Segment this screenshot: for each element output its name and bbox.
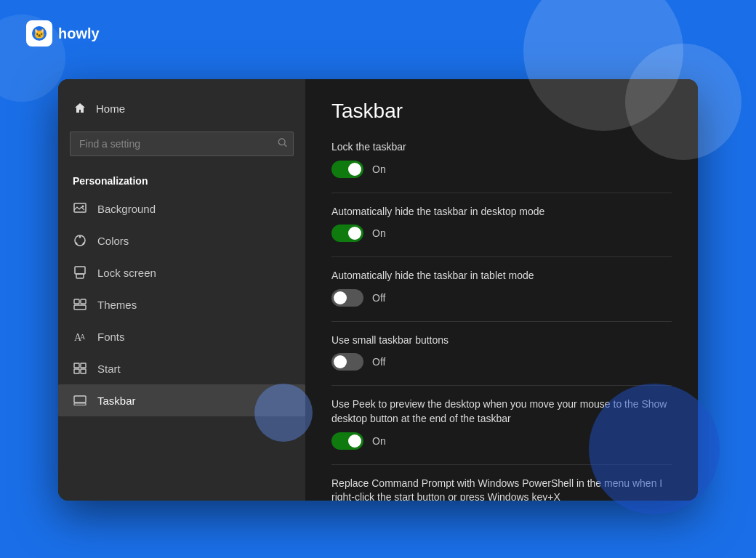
setting-small-buttons: Use small taskbar buttons Off bbox=[331, 333, 672, 371]
sidebar-home[interactable]: Home bbox=[58, 94, 305, 123]
hide-desktop-status: On bbox=[372, 227, 386, 239]
sidebar-item-lock-screen[interactable]: Lock screen bbox=[58, 256, 305, 288]
howly-header: 🐱 howly bbox=[26, 20, 100, 46]
svg-line-3 bbox=[284, 145, 286, 147]
lock-screen-icon bbox=[73, 265, 87, 280]
themes-icon bbox=[73, 297, 87, 312]
small-buttons-toggle[interactable] bbox=[331, 353, 363, 371]
divider-4 bbox=[331, 385, 672, 386]
sidebar-item-themes[interactable]: Themes bbox=[58, 288, 305, 320]
svg-rect-10 bbox=[75, 267, 85, 274]
svg-text:🐱: 🐱 bbox=[33, 28, 46, 40]
svg-text:A: A bbox=[80, 333, 86, 341]
section-label: Personalization bbox=[58, 165, 305, 193]
search-input[interactable] bbox=[70, 132, 294, 156]
svg-rect-13 bbox=[81, 299, 86, 304]
setting-lock-taskbar: Lock the taskbar On bbox=[331, 140, 672, 178]
small-buttons-label: Use small taskbar buttons bbox=[331, 333, 672, 348]
home-icon bbox=[73, 101, 87, 116]
peek-preview-status: On bbox=[372, 435, 386, 447]
lock-taskbar-toggle-row: On bbox=[331, 161, 672, 178]
sidebar-item-colors[interactable]: Colors bbox=[58, 225, 305, 256]
colors-icon bbox=[73, 233, 87, 248]
hide-desktop-toggle-row: On bbox=[331, 225, 672, 242]
hide-desktop-thumb bbox=[348, 227, 361, 240]
hide-desktop-toggle[interactable] bbox=[331, 225, 363, 242]
svg-rect-21 bbox=[74, 396, 86, 403]
svg-rect-20 bbox=[81, 369, 86, 373]
peek-preview-thumb bbox=[348, 434, 361, 448]
start-label: Start bbox=[97, 363, 121, 375]
fonts-icon: A A bbox=[73, 329, 87, 344]
taskbar-icon bbox=[73, 393, 87, 408]
lock-taskbar-thumb bbox=[348, 163, 361, 176]
themes-label: Themes bbox=[97, 299, 137, 311]
hide-tablet-status: Off bbox=[372, 292, 385, 304]
lock-taskbar-label: Lock the taskbar bbox=[331, 140, 672, 155]
lock-screen-label: Lock screen bbox=[97, 267, 156, 279]
sidebar-item-background[interactable]: Background bbox=[58, 193, 305, 225]
lock-taskbar-toggle[interactable] bbox=[331, 161, 363, 178]
home-label: Home bbox=[96, 102, 125, 115]
small-buttons-status: Off bbox=[372, 356, 385, 368]
small-buttons-toggle-row: Off bbox=[331, 353, 672, 371]
fonts-label: Fonts bbox=[97, 331, 125, 343]
svg-point-2 bbox=[278, 139, 285, 145]
search-box bbox=[70, 132, 294, 156]
bg-blob-3 bbox=[589, 384, 720, 514]
sidebar-item-fonts[interactable]: A A Fonts bbox=[58, 320, 305, 352]
hide-desktop-label: Automatically hide the taskbar in deskto… bbox=[331, 205, 672, 219]
lock-taskbar-status: On bbox=[372, 163, 386, 175]
brand-name: howly bbox=[58, 25, 100, 42]
background-icon bbox=[73, 201, 87, 216]
divider-2 bbox=[331, 256, 672, 257]
bg-blob-4 bbox=[254, 384, 313, 442]
svg-point-8 bbox=[76, 243, 78, 245]
svg-rect-18 bbox=[81, 363, 86, 368]
svg-rect-12 bbox=[74, 299, 79, 304]
hide-tablet-thumb bbox=[334, 291, 347, 304]
svg-rect-17 bbox=[74, 363, 79, 368]
divider-3 bbox=[331, 321, 672, 322]
setting-hide-desktop: Automatically hide the taskbar in deskto… bbox=[331, 205, 672, 243]
sidebar-item-start[interactable]: Start bbox=[58, 352, 305, 384]
svg-rect-14 bbox=[74, 305, 86, 310]
hide-tablet-toggle[interactable] bbox=[331, 289, 363, 307]
bg-blob-2 bbox=[625, 44, 741, 160]
svg-rect-19 bbox=[74, 369, 79, 373]
svg-point-5 bbox=[82, 206, 84, 208]
howly-logo: 🐱 bbox=[26, 20, 52, 46]
taskbar-label: Taskbar bbox=[97, 395, 136, 407]
small-buttons-thumb bbox=[334, 355, 347, 368]
background-label: Background bbox=[97, 203, 156, 215]
hide-tablet-label: Automatically hide the taskbar in tablet… bbox=[331, 269, 672, 283]
svg-rect-22 bbox=[74, 403, 86, 405]
hide-tablet-toggle-row: Off bbox=[331, 289, 672, 307]
colors-label: Colors bbox=[97, 235, 129, 247]
setting-hide-tablet: Automatically hide the taskbar in tablet… bbox=[331, 269, 672, 307]
svg-point-7 bbox=[79, 236, 81, 238]
svg-point-9 bbox=[83, 243, 85, 245]
svg-rect-11 bbox=[76, 274, 84, 278]
peek-preview-toggle[interactable] bbox=[331, 432, 363, 450]
start-icon bbox=[73, 361, 87, 376]
divider-1 bbox=[331, 193, 672, 193]
search-button[interactable] bbox=[278, 138, 288, 150]
